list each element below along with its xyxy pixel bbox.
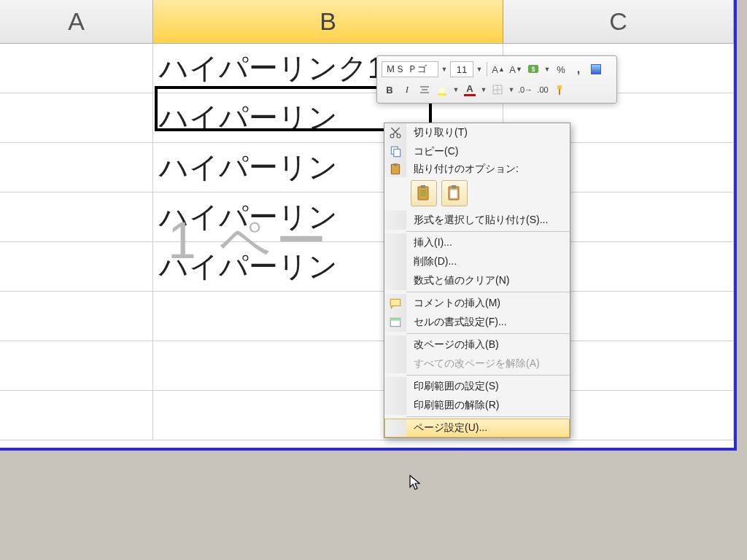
menu-separator bbox=[406, 292, 570, 292]
table-row: ハイパーリン bbox=[0, 93, 734, 143]
format-cells-icon bbox=[389, 316, 402, 329]
column-header-c[interactable]: C bbox=[503, 0, 734, 43]
font-color-button[interactable]: A bbox=[462, 82, 478, 98]
clipboard-paste-icon bbox=[415, 184, 433, 202]
menu-insert-label: 挿入(I)... bbox=[406, 233, 570, 252]
cell-a6[interactable] bbox=[0, 292, 153, 341]
paste-option-values[interactable] bbox=[441, 180, 468, 206]
align-center-button[interactable] bbox=[417, 82, 433, 98]
menu-cut[interactable]: 切り取り(T) bbox=[384, 123, 570, 142]
font-size-field[interactable]: 11 bbox=[450, 61, 473, 77]
comma-style-button[interactable]: , bbox=[570, 61, 587, 77]
decrease-decimal-button[interactable]: .00 bbox=[535, 82, 551, 98]
fill-color-dropdown-icon[interactable]: ▼ bbox=[452, 86, 460, 93]
clipboard-values-icon bbox=[446, 184, 463, 202]
menu-reset-page-breaks-label: すべての改ページを解除(A) bbox=[406, 354, 570, 373]
menu-separator bbox=[406, 416, 570, 417]
table-row bbox=[0, 341, 734, 391]
copy-icon bbox=[389, 145, 402, 158]
svg-point-9 bbox=[390, 134, 394, 138]
merge-center-button[interactable] bbox=[588, 61, 604, 77]
menu-copy-label: コピー(C) bbox=[406, 142, 570, 161]
font-color-dropdown-icon[interactable]: ▼ bbox=[479, 86, 488, 93]
menu-separator bbox=[406, 333, 570, 334]
mini-toolbar: ＭＳ Ｐゴ ▼ 11 ▼ A▲ A▼ $ ▼ % , B I ▼ A ▼ ▼ .… bbox=[376, 55, 617, 104]
menu-format-cells-label: セルの書式設定(F)... bbox=[406, 313, 570, 332]
paste-option-default[interactable] bbox=[411, 180, 437, 206]
menu-insert-page-break[interactable]: 改ページの挿入(B) bbox=[384, 335, 570, 354]
grow-font-button[interactable]: A▲ bbox=[490, 61, 506, 77]
menu-clear-label: 数式と値のクリア(N) bbox=[406, 271, 570, 290]
accounting-dropdown-icon[interactable]: ▼ bbox=[543, 66, 551, 73]
svg-rect-19 bbox=[420, 195, 426, 196]
menu-format-cells[interactable]: セルの書式設定(F)... bbox=[384, 313, 570, 332]
svg-rect-22 bbox=[450, 190, 457, 198]
menu-insert[interactable]: 挿入(I)... bbox=[384, 233, 570, 252]
percent-button[interactable]: % bbox=[553, 61, 569, 77]
clipboard-icon bbox=[389, 163, 402, 176]
grid[interactable]: ハイパーリンク1 ハイパーリン ハイパーリン ハイパーリン ハイパーリン bbox=[0, 44, 734, 440]
menu-paste-special[interactable]: 形式を選択して貼り付け(S)... bbox=[384, 211, 570, 230]
borders-button[interactable] bbox=[489, 82, 506, 98]
menu-paste-options-label: 貼り付けのオプション: bbox=[406, 161, 570, 177]
svg-rect-14 bbox=[394, 163, 398, 166]
fill-color-button[interactable] bbox=[434, 82, 450, 98]
format-painter-button[interactable] bbox=[552, 82, 568, 98]
svg-text:$: $ bbox=[531, 66, 535, 73]
menu-delete-label: 削除(D)... bbox=[406, 252, 570, 271]
accounting-format-button[interactable]: $ bbox=[525, 61, 541, 77]
svg-rect-12 bbox=[394, 149, 400, 157]
scissors-icon bbox=[389, 126, 402, 139]
table-row bbox=[0, 292, 734, 341]
font-name-dropdown-icon[interactable]: ▼ bbox=[440, 66, 449, 73]
menu-insert-comment-label: コメントの挿入(M) bbox=[406, 294, 570, 313]
cell-a3[interactable] bbox=[0, 143, 153, 192]
borders-dropdown-icon[interactable]: ▼ bbox=[507, 86, 516, 93]
menu-clear-print-area[interactable]: 印刷範囲の解除(R) bbox=[384, 396, 570, 415]
svg-rect-21 bbox=[452, 185, 456, 188]
font-name-field[interactable]: ＭＳ Ｐゴ bbox=[382, 61, 438, 77]
column-header-b[interactable]: B bbox=[153, 0, 503, 43]
table-row: ハイパーリン bbox=[0, 143, 734, 192]
menu-clear-print-area-label: 印刷範囲の解除(R) bbox=[406, 396, 570, 415]
svg-rect-16 bbox=[421, 185, 425, 188]
cell-a7[interactable] bbox=[0, 341, 153, 390]
cell-a2[interactable] bbox=[0, 93, 153, 142]
cell-a1[interactable] bbox=[0, 44, 153, 93]
bold-button[interactable]: B bbox=[382, 82, 398, 98]
menu-page-setup[interactable]: ページ設定(U)... bbox=[384, 419, 570, 438]
increase-decimal-button[interactable]: .0→ bbox=[517, 82, 533, 98]
svg-rect-17 bbox=[420, 190, 426, 192]
comment-icon bbox=[389, 297, 402, 310]
table-row: ハイパーリン bbox=[0, 192, 734, 242]
menu-copy[interactable]: コピー(C) bbox=[384, 142, 570, 161]
context-menu: 切り取り(T) コピー(C) 貼り付けのオプション: 形式を選択して貼り付け(S… bbox=[384, 122, 570, 438]
menu-paste-options-header: 貼り付けのオプション: bbox=[384, 161, 570, 177]
menu-paste-special-label: 形式を選択して貼り付け(S)... bbox=[406, 211, 570, 230]
shrink-font-button[interactable]: A▼ bbox=[508, 61, 524, 77]
separator bbox=[487, 62, 487, 77]
menu-separator bbox=[406, 231, 570, 232]
menu-separator bbox=[406, 375, 570, 376]
menu-set-print-area[interactable]: 印刷範囲の設定(S) bbox=[384, 377, 570, 396]
italic-button[interactable]: I bbox=[399, 82, 415, 98]
table-row: ハイパーリンク1 bbox=[0, 44, 734, 93]
menu-set-print-area-label: 印刷範囲の設定(S) bbox=[406, 377, 570, 396]
menu-clear[interactable]: 数式と値のクリア(N) bbox=[384, 271, 570, 290]
column-headers: A B C bbox=[0, 0, 734, 44]
worksheet-area[interactable]: A B C ハイパーリンク1 ハイパーリン ハイパーリン ハイパーリン ハイパー… bbox=[0, 0, 737, 451]
cell-a8[interactable] bbox=[0, 391, 153, 440]
font-size-dropdown-icon[interactable]: ▼ bbox=[475, 66, 484, 73]
menu-insert-comment[interactable]: コメントの挿入(M) bbox=[384, 294, 570, 313]
svg-rect-5 bbox=[438, 93, 446, 96]
menu-delete[interactable]: 削除(D)... bbox=[384, 252, 570, 271]
menu-page-setup-label: ページ設定(U)... bbox=[406, 419, 570, 438]
cell-a4[interactable] bbox=[0, 192, 153, 241]
svg-rect-23 bbox=[390, 299, 400, 306]
column-header-a[interactable]: A bbox=[0, 0, 153, 43]
menu-reset-page-breaks: すべての改ページを解除(A) bbox=[384, 354, 570, 373]
menu-cut-label: 切り取り(T) bbox=[406, 123, 570, 142]
svg-point-10 bbox=[397, 134, 400, 138]
svg-rect-25 bbox=[390, 318, 400, 320]
cell-a5[interactable] bbox=[0, 242, 153, 291]
